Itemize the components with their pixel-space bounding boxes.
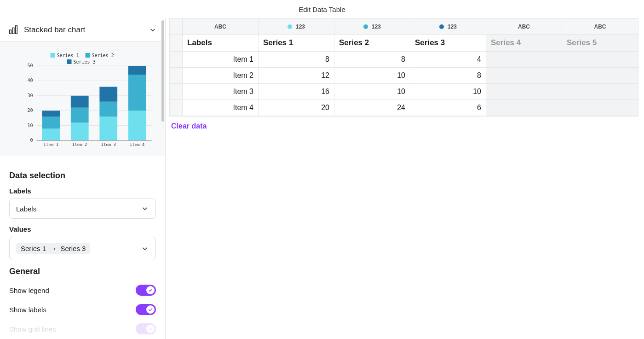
column-header[interactable]: Series 3 bbox=[410, 35, 486, 52]
data-cell[interactable]: 10 bbox=[410, 84, 486, 100]
data-cell[interactable] bbox=[562, 84, 638, 100]
svg-text:10: 10 bbox=[27, 123, 33, 128]
label-cell[interactable]: Item 3 bbox=[183, 84, 259, 100]
settings-sidebar: Stacked bar chart Series 1Series 2Series… bbox=[0, 18, 166, 339]
column-header[interactable]: Labels bbox=[183, 35, 259, 52]
check-icon bbox=[148, 326, 153, 332]
data-cell[interactable]: 20 bbox=[259, 100, 334, 116]
row-gutter bbox=[170, 84, 183, 100]
svg-rect-2 bbox=[16, 26, 17, 34]
toggle-show-grid-lines-row: Show grid lines bbox=[9, 323, 156, 334]
column-header[interactable]: Series 2 bbox=[334, 35, 410, 52]
data-table-pane: ABC123123123ABCABCLabelsSeries 1Series 2… bbox=[166, 18, 644, 339]
data-cell[interactable]: 6 bbox=[410, 100, 486, 116]
section-general: General bbox=[9, 267, 156, 276]
toggle-show-legend[interactable] bbox=[136, 285, 156, 296]
data-cell[interactable] bbox=[562, 52, 638, 68]
data-cell[interactable]: 12 bbox=[259, 68, 334, 84]
column-header[interactable]: Series 4 bbox=[486, 35, 562, 52]
bar-chart-icon bbox=[8, 25, 18, 35]
svg-text:Series 2: Series 2 bbox=[92, 53, 114, 58]
labels-field-label: Labels bbox=[9, 187, 156, 195]
scrollbar-thumb[interactable] bbox=[161, 20, 164, 122]
data-cell[interactable] bbox=[486, 100, 562, 116]
column-type-header: ABC bbox=[486, 19, 562, 35]
data-cell[interactable] bbox=[562, 68, 638, 84]
svg-rect-26 bbox=[71, 108, 89, 123]
row-gutter bbox=[170, 68, 183, 84]
data-cell[interactable] bbox=[486, 68, 562, 84]
toggle-show-labels-label: Show labels bbox=[9, 306, 46, 314]
svg-rect-31 bbox=[99, 87, 117, 101]
svg-rect-25 bbox=[71, 123, 89, 140]
chevron-down-icon bbox=[149, 26, 157, 34]
svg-text:Series 1: Series 1 bbox=[57, 53, 79, 58]
svg-rect-33 bbox=[128, 111, 146, 140]
column-header[interactable]: Series 1 bbox=[259, 35, 334, 52]
chevron-down-icon bbox=[141, 205, 149, 213]
data-cell[interactable]: 8 bbox=[410, 68, 486, 84]
check-icon bbox=[148, 287, 153, 293]
values-select[interactable]: Series 1 → Series 3 bbox=[9, 237, 156, 260]
svg-text:Item 4: Item 4 bbox=[130, 142, 145, 147]
data-cell[interactable]: 8 bbox=[259, 52, 334, 68]
dialog-title: Edit Data Table bbox=[0, 0, 644, 18]
column-type-header: 123 bbox=[410, 19, 486, 35]
column-header[interactable]: Series 5 bbox=[562, 35, 638, 52]
row-gutter bbox=[170, 35, 183, 52]
check-icon bbox=[148, 307, 153, 312]
data-cell[interactable]: 10 bbox=[334, 84, 410, 100]
svg-text:30: 30 bbox=[27, 93, 33, 98]
data-cell[interactable]: 10 bbox=[334, 68, 410, 84]
data-cell[interactable]: 16 bbox=[259, 84, 334, 100]
data-table[interactable]: ABC123123123ABCABCLabelsSeries 1Series 2… bbox=[169, 18, 638, 117]
svg-rect-35 bbox=[128, 66, 146, 75]
labels-select[interactable]: Labels bbox=[9, 199, 156, 219]
column-type-header: 123 bbox=[334, 19, 410, 35]
svg-rect-34 bbox=[128, 75, 146, 111]
label-cell[interactable]: Item 4 bbox=[183, 100, 259, 116]
column-type-header: ABC bbox=[183, 19, 259, 35]
values-to: Series 3 bbox=[60, 245, 86, 252]
data-cell[interactable] bbox=[562, 100, 638, 116]
column-type-header: 123 bbox=[259, 19, 334, 35]
svg-text:Item 3: Item 3 bbox=[101, 142, 116, 147]
chart-type-selector[interactable]: Stacked bar chart bbox=[0, 18, 165, 42]
svg-text:Item 1: Item 1 bbox=[43, 142, 58, 147]
labels-select-value: Labels bbox=[16, 205, 36, 213]
svg-rect-29 bbox=[99, 117, 117, 140]
data-cell[interactable]: 8 bbox=[334, 52, 410, 68]
svg-rect-22 bbox=[42, 117, 60, 129]
arrow-right-icon: → bbox=[50, 245, 57, 252]
row-gutter bbox=[170, 19, 183, 35]
data-cell[interactable] bbox=[486, 52, 562, 68]
toggle-show-legend-row: Show legend bbox=[9, 285, 156, 296]
data-cell[interactable] bbox=[486, 84, 562, 100]
svg-rect-23 bbox=[42, 111, 60, 117]
svg-rect-27 bbox=[71, 96, 89, 108]
svg-rect-0 bbox=[10, 30, 12, 34]
clear-data-button[interactable]: Clear data bbox=[169, 117, 208, 136]
svg-text:Item 2: Item 2 bbox=[72, 142, 87, 147]
row-gutter bbox=[170, 100, 183, 116]
svg-text:40: 40 bbox=[27, 78, 33, 83]
toggle-show-legend-label: Show legend bbox=[9, 286, 49, 294]
svg-text:0: 0 bbox=[30, 138, 33, 143]
svg-text:Series 3: Series 3 bbox=[74, 59, 96, 64]
data-cell[interactable]: 4 bbox=[410, 52, 486, 68]
data-cell[interactable]: 24 bbox=[334, 100, 410, 116]
chart-preview: Series 1Series 2Series 301020304050Item … bbox=[0, 42, 165, 156]
svg-rect-21 bbox=[42, 129, 60, 140]
row-gutter bbox=[170, 52, 183, 68]
column-type-header: ABC bbox=[562, 19, 638, 35]
chart-type-label: Stacked bar chart bbox=[24, 25, 143, 35]
label-cell[interactable]: Item 2 bbox=[183, 68, 259, 84]
svg-text:50: 50 bbox=[27, 63, 33, 68]
values-select-chip: Series 1 → Series 3 bbox=[16, 243, 90, 254]
toggle-show-grid-lines[interactable] bbox=[136, 323, 156, 334]
toggle-show-labels[interactable] bbox=[136, 304, 156, 315]
chevron-down-icon bbox=[141, 245, 149, 253]
values-field-label: Values bbox=[9, 225, 156, 233]
label-cell[interactable]: Item 1 bbox=[183, 52, 259, 68]
svg-rect-30 bbox=[99, 102, 117, 117]
